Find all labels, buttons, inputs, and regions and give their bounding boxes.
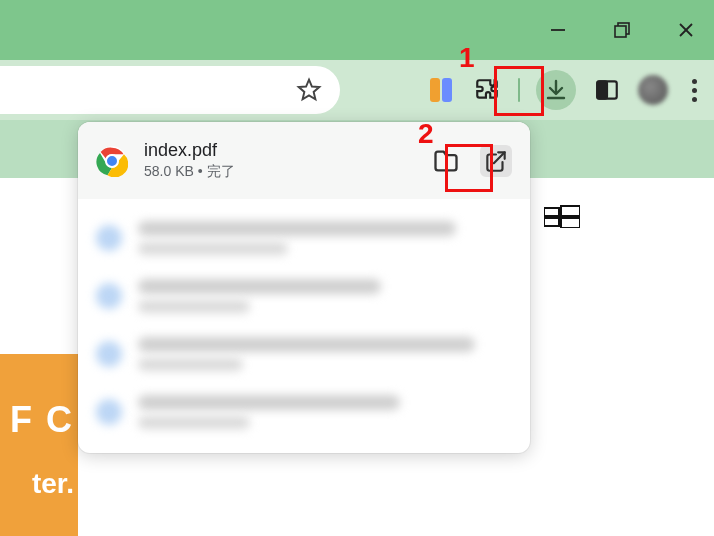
download-item[interactable]: index.pdf 58.0 KB • 完了 xyxy=(78,122,530,199)
close-button[interactable] xyxy=(670,14,702,46)
browser-toolbar xyxy=(0,60,714,120)
minimize-button[interactable] xyxy=(542,14,574,46)
svg-rect-11 xyxy=(561,206,580,216)
svg-rect-13 xyxy=(561,218,580,228)
page-fragment-line1: F C xyxy=(10,402,74,438)
overflow-menu-button[interactable] xyxy=(684,75,704,105)
file-icon xyxy=(96,283,122,309)
downloads-button[interactable] xyxy=(536,70,576,110)
download-subtext: 58.0 KB • 完了 xyxy=(144,163,414,181)
downloads-popup: index.pdf 58.0 KB • 完了 xyxy=(78,122,530,453)
download-history-list xyxy=(78,199,530,453)
extension-sidebyside-icon[interactable] xyxy=(426,75,456,105)
svg-rect-12 xyxy=(544,218,559,226)
list-item[interactable] xyxy=(78,267,530,325)
omnibox[interactable] xyxy=(0,66,340,114)
page-fragment-line2: ter. xyxy=(32,470,74,498)
toolbar-separator xyxy=(518,78,520,102)
chrome-icon xyxy=(96,145,128,177)
side-panel-icon[interactable] xyxy=(592,75,622,105)
list-item[interactable] xyxy=(78,325,530,383)
file-icon xyxy=(96,341,122,367)
open-in-new-button[interactable] xyxy=(480,145,512,177)
profile-avatar[interactable] xyxy=(638,75,668,105)
page-fragment: F C ter. xyxy=(0,354,78,536)
file-icon xyxy=(96,399,122,425)
bookmark-star-icon[interactable] xyxy=(296,77,322,103)
file-icon xyxy=(96,225,122,251)
list-item[interactable] xyxy=(78,209,530,267)
list-item[interactable] xyxy=(78,383,530,441)
window-titlebar xyxy=(0,0,714,60)
svg-rect-9 xyxy=(597,81,607,98)
svg-marker-5 xyxy=(299,80,320,100)
show-in-folder-button[interactable] xyxy=(430,145,462,177)
svg-rect-10 xyxy=(544,208,559,216)
download-filename: index.pdf xyxy=(144,140,414,161)
extensions-puzzle-icon[interactable] xyxy=(472,75,502,105)
maximize-button[interactable] xyxy=(606,14,638,46)
svg-rect-2 xyxy=(615,26,626,37)
windows-logo-icon xyxy=(544,198,580,228)
